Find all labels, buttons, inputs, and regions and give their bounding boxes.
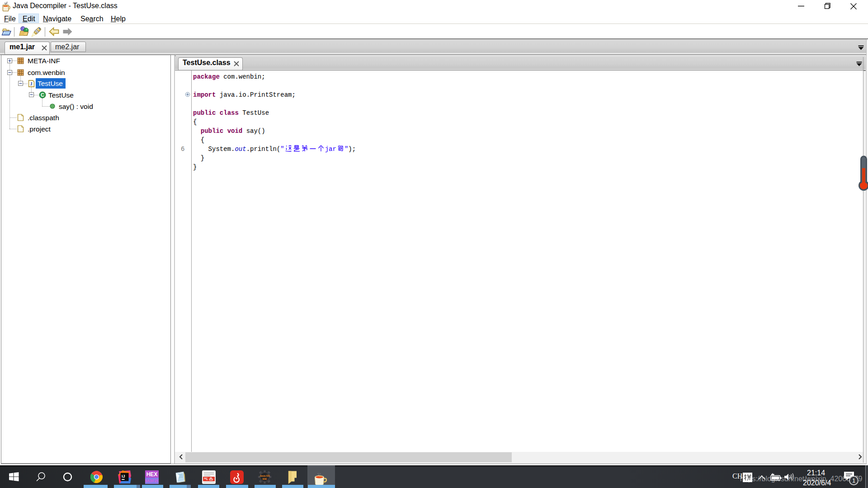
svg-text:IJ: IJ	[122, 474, 125, 479]
svg-text:C: C	[41, 92, 44, 98]
svg-text:HEX: HEX	[146, 471, 158, 478]
svg-text:J: J	[30, 81, 33, 86]
svg-text:IDE: IDE	[262, 478, 267, 480]
svg-text:5A3F2C: 5A3F2C	[145, 479, 159, 483]
svg-text:Java EE: Java EE	[259, 474, 270, 477]
